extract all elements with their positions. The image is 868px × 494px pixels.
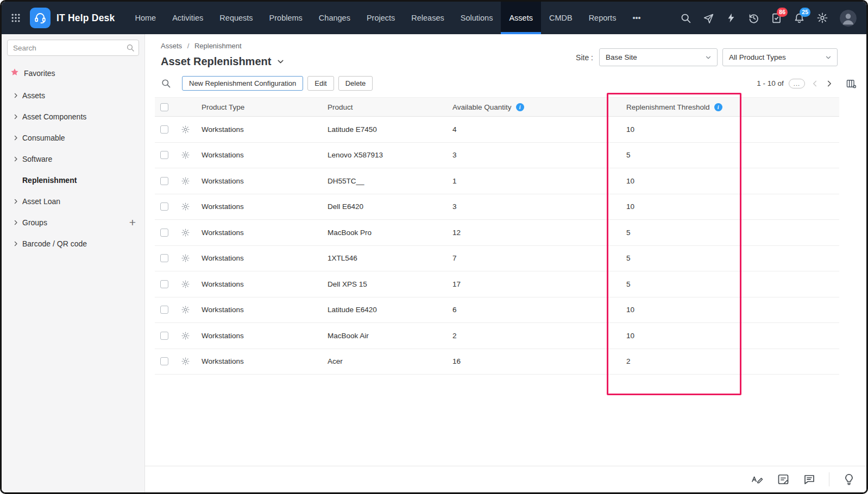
site-select[interactable]: Base Site	[599, 48, 718, 66]
row-checkbox[interactable]	[160, 202, 168, 211]
nav-item-assets[interactable]: Assets	[501, 2, 541, 34]
table-row[interactable]: Workstations Acer 16 2	[155, 349, 839, 375]
row-settings-gear-icon[interactable]	[181, 280, 190, 289]
list-search-icon[interactable]	[161, 78, 171, 88]
nav-item-cmdb[interactable]: CMDB	[541, 2, 581, 34]
pagination-more-button[interactable]: ...	[789, 79, 805, 88]
table-row[interactable]: Workstations Lenovo X587913 3 5	[155, 143, 839, 169]
delete-button[interactable]: Delete	[338, 76, 373, 91]
column-header-product-type[interactable]: Product Type	[202, 103, 328, 111]
row-checkbox[interactable]	[160, 177, 168, 185]
sidebar-item-barcode-qr-code[interactable]: Barcode / QR code +	[2, 233, 144, 254]
new-replenishment-configuration-button[interactable]: New Replenishment Configuration	[182, 76, 303, 91]
pagination-next-icon[interactable]	[825, 79, 834, 88]
row-checkbox[interactable]	[160, 332, 168, 340]
sidebar-item-consumable[interactable]: Consumable +	[2, 127, 144, 148]
row-settings-gear-icon[interactable]	[181, 357, 190, 366]
nav-item-requests[interactable]: Requests	[211, 2, 261, 34]
row-settings-gear-icon[interactable]	[181, 176, 190, 186]
row-settings-gear-icon[interactable]	[181, 305, 190, 314]
row-checkbox[interactable]	[160, 151, 168, 159]
row-checkbox[interactable]	[160, 280, 168, 288]
row-settings-gear-icon[interactable]	[181, 125, 190, 134]
cell-product-type: Workstations	[202, 254, 328, 262]
column-settings-icon[interactable]	[846, 78, 857, 89]
nav-item-problems[interactable]: Problems	[261, 2, 311, 34]
row-checkbox[interactable]	[160, 306, 168, 314]
quick-actions-icon[interactable]	[703, 12, 714, 24]
row-settings-gear-icon[interactable]	[181, 202, 190, 211]
sidebar-search-input[interactable]	[7, 40, 139, 56]
cell-product-type: Workstations	[202, 151, 328, 159]
filters: Site : Base Site All Product Types	[576, 48, 838, 66]
sidebar-item-groups[interactable]: Groups +	[2, 212, 144, 233]
sidebar-item-software[interactable]: Software +	[2, 148, 144, 169]
sidebar-item-assets[interactable]: Assets +	[2, 85, 144, 106]
table-row[interactable]: Workstations Dell E6420 3 10	[155, 194, 839, 220]
column-header-available-quantity[interactable]: Available Quantity i	[452, 103, 626, 111]
notifications-bell-icon[interactable]: 25	[794, 12, 805, 24]
sidebar-item-asset-loan[interactable]: Asset Loan +	[2, 191, 144, 212]
nav-item-home[interactable]: Home	[127, 2, 164, 34]
row-checkbox[interactable]	[160, 254, 168, 262]
nav-item-reports[interactable]: Reports	[581, 2, 625, 34]
nav-item-releases[interactable]: Releases	[403, 2, 452, 34]
table-row[interactable]: Workstations DH55TC__ 1 10	[155, 168, 839, 194]
nav-item-projects[interactable]: Projects	[358, 2, 403, 34]
chat-icon[interactable]	[803, 473, 816, 486]
nav-item-activities[interactable]: Activities	[164, 2, 211, 34]
chevron-right-icon	[12, 156, 19, 162]
sidebar-item-asset-components[interactable]: Asset Components +	[2, 106, 144, 127]
table-row[interactable]: Workstations Dell XPS 15 17 5	[155, 271, 839, 297]
row-checkbox[interactable]	[160, 229, 168, 237]
edit-button[interactable]: Edit	[307, 76, 334, 91]
available-quantity-info-icon[interactable]: i	[516, 103, 524, 111]
sidebar-search-icon[interactable]	[126, 43, 135, 54]
table-row[interactable]: Workstations MacBook Pro 12 5	[155, 220, 839, 246]
nav-item-more[interactable]: •••	[624, 2, 649, 34]
select-all-checkbox[interactable]	[160, 103, 168, 111]
app-logo-headset-icon[interactable]	[30, 8, 51, 28]
lightbulb-icon[interactable]	[842, 473, 856, 486]
add-icon[interactable]: +	[129, 217, 136, 228]
row-settings-gear-icon[interactable]	[181, 331, 190, 340]
chevron-right-icon	[12, 198, 19, 205]
cell-available-quantity: 17	[452, 280, 626, 288]
nav-item-changes[interactable]: Changes	[311, 2, 358, 34]
bottom-bar-divider	[829, 472, 829, 486]
sidebar-item-label: Asset Components	[22, 112, 86, 121]
sidebar-item-favorites[interactable]: Favorites	[2, 62, 144, 85]
favorites-label: Favorites	[24, 69, 55, 78]
column-header-replenishment-threshold[interactable]: Replenishment Threshold i	[626, 103, 839, 111]
title-chevron-down-icon[interactable]	[276, 57, 285, 66]
table-row[interactable]: Workstations Latitude E6420 6 10	[155, 297, 839, 324]
handwriting-icon[interactable]	[751, 473, 764, 486]
table-row[interactable]: Workstations MacBook Air 2 10	[155, 323, 839, 349]
row-settings-gear-icon[interactable]	[181, 254, 190, 263]
user-avatar[interactable]	[840, 10, 857, 27]
cell-product-type: Workstations	[202, 177, 328, 185]
row-settings-gear-icon[interactable]	[181, 150, 190, 160]
pagination-prev-icon[interactable]	[810, 79, 820, 88]
feedback-form-icon[interactable]	[777, 473, 790, 486]
settings-gear-icon[interactable]	[816, 12, 828, 24]
cell-replenishment-threshold: 5	[626, 151, 839, 159]
table-row[interactable]: Workstations Latitude E7450 4 10	[155, 117, 839, 143]
product-type-select[interactable]: All Product Types	[722, 48, 838, 66]
table-row[interactable]: Workstations 1XTL546 7 5	[155, 246, 839, 272]
row-settings-gear-icon[interactable]	[181, 228, 190, 237]
bottom-bar	[145, 466, 866, 492]
search-icon[interactable]	[680, 12, 691, 24]
history-icon[interactable]	[748, 12, 759, 24]
sidebar-item-replenishment[interactable]: Replenishment +	[2, 169, 144, 191]
apps-waffle-icon[interactable]	[10, 12, 21, 23]
row-checkbox[interactable]	[160, 357, 168, 365]
breadcrumb-assets[interactable]: Assets	[161, 42, 182, 50]
approvals-icon[interactable]: 86	[771, 12, 782, 24]
replenishment-threshold-info-icon[interactable]: i	[714, 103, 722, 111]
column-header-product[interactable]: Product	[328, 103, 452, 111]
nav-item-solutions[interactable]: Solutions	[452, 2, 501, 34]
row-checkbox[interactable]	[160, 125, 168, 134]
zia-flash-icon[interactable]	[726, 12, 737, 23]
page-title-text: Asset Replenishment	[161, 55, 271, 68]
